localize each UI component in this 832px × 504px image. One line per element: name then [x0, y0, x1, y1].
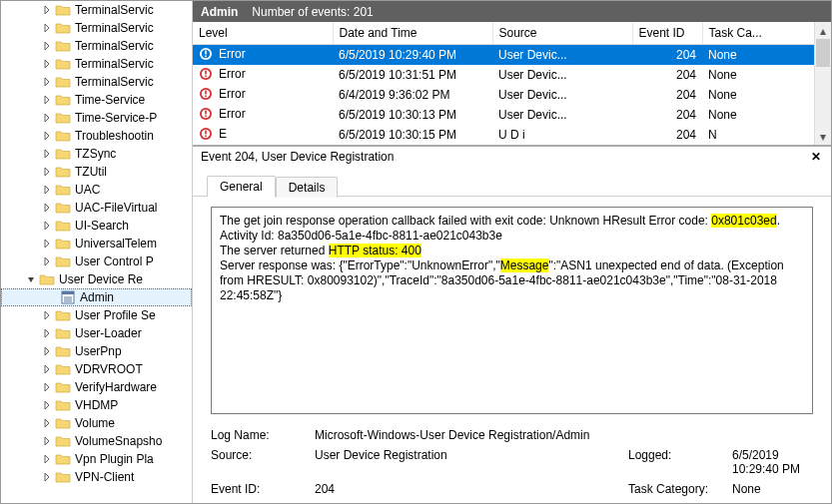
- scroll-up-button[interactable]: ▴: [815, 22, 831, 39]
- val-source: User Device Registration: [315, 448, 624, 476]
- tree-item[interactable]: TerminalServic: [1, 19, 192, 37]
- error-icon: [199, 67, 215, 83]
- event-grid[interactable]: Level Date and Time Source Event ID Task…: [193, 22, 831, 145]
- tree-item[interactable]: Time-Service-P: [1, 109, 192, 127]
- tree-item[interactable]: UniversalTelem: [1, 235, 192, 252]
- folder-icon: [55, 344, 71, 358]
- chevron-right-icon[interactable]: [41, 94, 53, 106]
- tree-item[interactable]: UAC-FileVirtual: [1, 199, 192, 217]
- tree-item[interactable]: UserPnp: [1, 342, 192, 360]
- chevron-right-icon[interactable]: [41, 22, 53, 34]
- chevron-right-icon[interactable]: [41, 345, 53, 357]
- content-pane: Admin Number of events: 201 Level Date a…: [193, 1, 831, 503]
- chevron-right-icon[interactable]: [41, 184, 53, 196]
- error-icon: [199, 87, 215, 103]
- folder-icon: [55, 147, 71, 161]
- folder-icon: [55, 219, 71, 233]
- tree-item[interactable]: VPN-Client: [1, 468, 192, 486]
- tree-item[interactable]: Vpn Plugin Pla: [1, 450, 192, 468]
- chevron-right-icon[interactable]: [41, 220, 53, 232]
- tree-item[interactable]: Volume: [1, 414, 192, 432]
- chevron-right-icon[interactable]: [41, 399, 53, 411]
- tree-item[interactable]: User-Loader: [1, 324, 192, 342]
- tree-item-label: User Profile Se: [75, 308, 156, 322]
- chevron-right-icon[interactable]: [41, 435, 53, 447]
- chevron-right-icon[interactable]: [41, 363, 53, 375]
- tree-item[interactable]: TerminalServic: [1, 55, 192, 73]
- table-row[interactable]: Error6/5/2019 10:31:51 PMUser Devic...20…: [193, 65, 831, 85]
- chevron-right-icon[interactable]: [41, 4, 53, 16]
- col-date[interactable]: Date and Time: [333, 22, 492, 45]
- chevron-right-icon[interactable]: [41, 40, 53, 52]
- chevron-right-icon[interactable]: [41, 417, 53, 429]
- tree-item[interactable]: User Profile Se: [1, 306, 192, 324]
- chevron-right-icon[interactable]: [41, 130, 53, 142]
- highlight-message-key: Message: [500, 258, 549, 272]
- tree-item-label: TerminalServic: [75, 39, 154, 53]
- chevron-right-icon[interactable]: [41, 76, 53, 88]
- chevron-right-icon[interactable]: [41, 453, 53, 465]
- event-grid-wrap: Level Date and Time Source Event ID Task…: [193, 22, 831, 146]
- tree-item[interactable]: TerminalServic: [1, 1, 192, 19]
- tree-item[interactable]: User Control P: [1, 252, 192, 270]
- chevron-right-icon[interactable]: [41, 238, 53, 250]
- tree-item[interactable]: User Device Re: [1, 270, 192, 288]
- col-source[interactable]: Source: [492, 22, 632, 45]
- error-icon: [199, 47, 215, 63]
- cell-date: 6/5/2019 10:31:51 PM: [333, 65, 492, 85]
- col-level[interactable]: Level: [193, 22, 333, 45]
- close-icon[interactable]: ✕: [809, 150, 823, 164]
- event-message-box[interactable]: The get join response operation callback…: [211, 207, 813, 414]
- tab-general[interactable]: General: [207, 176, 276, 197]
- tree-item[interactable]: TZUtil: [1, 163, 192, 181]
- table-row[interactable]: Error6/4/2019 9:36:02 PMUser Devic...204…: [193, 85, 831, 105]
- tree-item[interactable]: TZSync: [1, 145, 192, 163]
- msg-line-4: Server response was: {"ErrorType":"Unkno…: [220, 258, 804, 303]
- tree-item[interactable]: Time-Service: [1, 91, 192, 109]
- grid-scrollbar[interactable]: ▴ ▾: [814, 22, 831, 145]
- chevron-right-icon[interactable]: [41, 309, 53, 321]
- chevron-right-icon[interactable]: [41, 381, 53, 393]
- cell-level: Error: [219, 47, 246, 61]
- table-row[interactable]: Error6/5/2019 10:30:13 PMUser Devic...20…: [193, 105, 831, 125]
- tree-item-admin[interactable]: Admin: [1, 288, 192, 306]
- content-header-subtitle: Number of events: 201: [252, 5, 373, 19]
- chevron-right-icon[interactable]: [41, 327, 53, 339]
- tree-item[interactable]: UAC: [1, 181, 192, 199]
- scroll-thumb[interactable]: [816, 39, 830, 67]
- grid-header-row[interactable]: Level Date and Time Source Event ID Task…: [193, 22, 831, 45]
- tree-item-label: User-Loader: [75, 326, 142, 340]
- chevron-right-icon[interactable]: [41, 166, 53, 178]
- tree-item[interactable]: UI-Search: [1, 217, 192, 235]
- folder-icon: [55, 39, 71, 53]
- chevron-down-icon[interactable]: [25, 273, 37, 285]
- folder-icon: [55, 326, 71, 340]
- table-row[interactable]: Error6/5/2019 10:29:40 PMUser Devic...20…: [193, 45, 831, 66]
- tree-item-label: UI-Search: [75, 219, 129, 233]
- chevron-right-icon[interactable]: [41, 58, 53, 70]
- chevron-right-icon[interactable]: [41, 148, 53, 160]
- tab-details[interactable]: Details: [276, 177, 339, 198]
- folder-icon: [55, 57, 71, 71]
- chevron-right-icon[interactable]: [41, 202, 53, 214]
- tree-item[interactable]: TerminalServic: [1, 37, 192, 55]
- tree-item[interactable]: VolumeSnapsho: [1, 432, 192, 450]
- chevron-right-icon[interactable]: [41, 255, 53, 267]
- tree-item[interactable]: VDRVROOT: [1, 360, 192, 378]
- tree-item[interactable]: TerminalServic: [1, 73, 192, 91]
- tree-item[interactable]: VerifyHardware: [1, 378, 192, 396]
- cell-date: 6/5/2019 10:29:40 PM: [333, 45, 492, 66]
- folder-icon: [55, 21, 71, 35]
- svg-rect-16: [205, 96, 207, 98]
- col-taskcat[interactable]: Task Ca...: [702, 22, 831, 45]
- tree-item[interactable]: VHDMP: [1, 396, 192, 414]
- cell-eventid: 204: [632, 65, 702, 85]
- col-eventid[interactable]: Event ID: [632, 22, 702, 45]
- tree-item[interactable]: Troubleshootin: [1, 127, 192, 145]
- chevron-right-icon[interactable]: [41, 112, 53, 124]
- table-row[interactable]: E6/5/2019 10:30:15 PMU D i204N: [193, 125, 831, 145]
- highlight-error-code: 0x801c03ed: [711, 214, 776, 228]
- svg-rect-19: [205, 111, 207, 115]
- chevron-right-icon[interactable]: [41, 471, 53, 483]
- scroll-down-button[interactable]: ▾: [815, 128, 831, 145]
